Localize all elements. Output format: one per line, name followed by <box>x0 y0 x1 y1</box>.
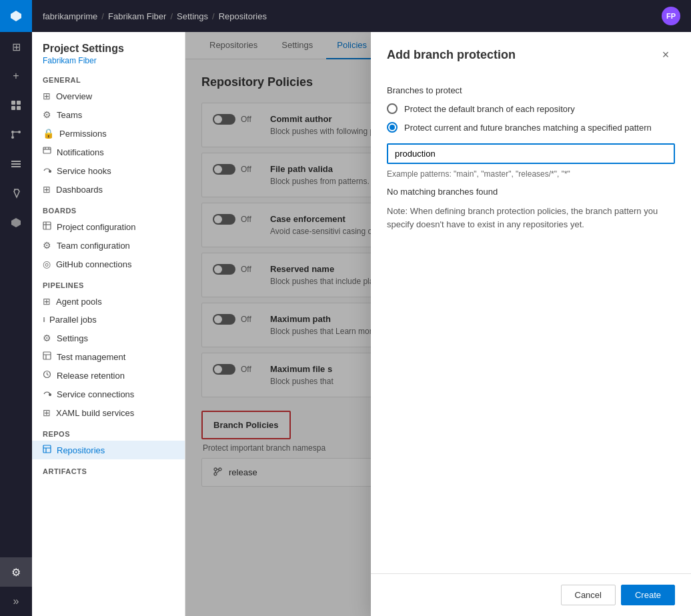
sidebar-item-notifications[interactable]: Notifications <box>32 143 185 161</box>
section-label-repos: Repos <box>32 422 185 441</box>
svg-rect-9 <box>43 147 51 153</box>
section-label-boards: Boards <box>32 199 185 217</box>
expand-icon[interactable]: » <box>0 587 32 616</box>
main-layout: Project Settings Fabrikam Fiber General … <box>32 32 691 616</box>
xaml-icon: ⊞ <box>43 407 51 418</box>
sidebar-item-xaml[interactable]: ⊞ XAML build services <box>32 403 185 422</box>
sidebar-item-service-connections[interactable]: Service connections <box>32 385 185 403</box>
repos-icon[interactable] <box>0 120 32 149</box>
sidebar-item-label-service-connections: Service connections <box>57 389 134 399</box>
artifacts-icon[interactable] <box>0 208 32 237</box>
sidebar-item-overview[interactable]: ⊞ Overview <box>32 87 185 105</box>
svg-rect-11 <box>43 222 51 229</box>
agent-pools-icon: ⊞ <box>43 296 51 307</box>
add-branch-protection-modal: Add branch protection × Branches to prot… <box>371 32 691 616</box>
breadcrumb-bar: fabrikamprime / Fabrikam Fiber / Setting… <box>32 0 691 32</box>
sidebar-item-test-management[interactable]: Test management <box>32 347 185 366</box>
sidebar: Project Settings Fabrikam Fiber General … <box>32 32 185 616</box>
cancel-button[interactable]: Cancel <box>561 585 616 605</box>
sidebar-item-label-github: GitHub connections <box>56 259 131 269</box>
home-icon[interactable]: ⊞ <box>0 32 32 61</box>
settings-icon: ⚙ <box>43 333 51 343</box>
radio-option-default[interactable]: Protect the default branch of each repos… <box>387 103 675 114</box>
breadcrumb-sep-1: / <box>101 11 104 21</box>
breadcrumb-org[interactable]: fabrikamprime <box>43 11 97 21</box>
svg-rect-2 <box>11 106 15 110</box>
breadcrumb-repos[interactable]: Repositories <box>219 11 267 21</box>
team-config-icon: ⚙ <box>43 240 51 251</box>
svg-point-14 <box>49 394 51 396</box>
parallel-jobs-icon: ⁞⁞ <box>43 316 44 323</box>
svg-rect-1 <box>17 101 21 105</box>
sidebar-item-label-team-config: Team configuration <box>57 241 130 251</box>
modal-close-button[interactable]: × <box>656 45 675 64</box>
project-config-icon <box>43 221 51 232</box>
settings-rail-icon[interactable]: ⚙ <box>0 557 32 587</box>
create-button[interactable]: Create <box>621 585 675 605</box>
sidebar-item-label-repositories: Repositories <box>57 445 105 455</box>
modal-footer: Cancel Create <box>371 573 691 616</box>
sidebar-subtitle: Fabrikam Fiber <box>43 56 174 65</box>
radio-circle-default <box>387 103 398 114</box>
sidebar-item-label-teams: Teams <box>57 110 82 120</box>
svg-rect-0 <box>11 101 15 105</box>
sidebar-item-label-xaml: XAML build services <box>56 408 134 418</box>
breadcrumb-settings[interactable]: Settings <box>177 11 208 21</box>
sidebar-item-label-project-config: Project configuration <box>57 222 136 232</box>
release-retention-icon <box>43 370 51 381</box>
svg-rect-15 <box>43 445 51 453</box>
new-item-icon[interactable]: + <box>0 61 32 91</box>
sidebar-item-service-hooks[interactable]: Service hooks <box>32 161 185 180</box>
modal-body: Branches to protect Protect the default … <box>371 75 691 573</box>
sidebar-item-repositories[interactable]: Repositories <box>32 441 185 459</box>
pipelines-icon[interactable] <box>0 149 32 179</box>
teams-icon: ⚙ <box>43 109 51 120</box>
sidebar-header: Project Settings Fabrikam Fiber <box>32 32 185 68</box>
sidebar-item-label-settings: Settings <box>57 333 88 343</box>
sidebar-item-teams[interactable]: ⚙ Teams <box>32 105 185 124</box>
no-match-message: No matching branches found <box>387 187 675 197</box>
input-hint: Example patterns: "main", "master", "rel… <box>387 169 675 179</box>
sidebar-item-settings[interactable]: ⚙ Settings <box>32 329 185 347</box>
breadcrumb-sep-2: / <box>170 11 173 21</box>
user-avatar[interactable]: FP <box>662 7 680 25</box>
section-label-artifacts: Artifacts <box>32 459 185 478</box>
test-plans-icon[interactable] <box>0 179 32 208</box>
svg-rect-12 <box>43 352 51 359</box>
sidebar-item-release-retention[interactable]: Release retention <box>32 366 185 385</box>
overview-icon: ⊞ <box>43 91 51 101</box>
sidebar-title: Project Settings <box>43 43 174 55</box>
breadcrumb-sep-3: / <box>212 11 215 21</box>
breadcrumb-project[interactable]: Fabrikam Fiber <box>108 11 166 21</box>
sidebar-item-github-connections[interactable]: ◎ GitHub connections <box>32 255 185 273</box>
svg-rect-3 <box>17 106 21 110</box>
sidebar-item-parallel-jobs[interactable]: ⁞⁞ Parallel jobs <box>32 311 185 329</box>
branch-pattern-input[interactable] <box>387 143 675 164</box>
radio-label-pattern: Protect current and future branches matc… <box>404 123 652 133</box>
section-label-general: General <box>32 68 185 87</box>
sidebar-item-agent-pools[interactable]: ⊞ Agent pools <box>32 292 185 311</box>
modal-overlay: Add branch protection × Branches to prot… <box>185 32 691 616</box>
sidebar-item-project-configuration[interactable]: Project configuration <box>32 217 185 236</box>
repositories-icon <box>43 445 51 455</box>
app-logo[interactable] <box>0 0 32 32</box>
radio-label-default: Protect the default branch of each repos… <box>404 104 575 114</box>
branches-to-protect-label: Branches to protect <box>387 85 675 95</box>
dashboards-icon: ⊞ <box>43 184 51 195</box>
radio-option-pattern[interactable]: Protect current and future branches matc… <box>387 122 675 133</box>
sidebar-item-label-notifications: Notifications <box>57 147 104 157</box>
permissions-icon: 🔒 <box>43 128 54 139</box>
sidebar-item-team-configuration[interactable]: ⚙ Team configuration <box>32 236 185 255</box>
sidebar-item-label-parallel-jobs: Parallel jobs <box>49 315 97 325</box>
svg-point-6 <box>18 131 21 133</box>
modal-header: Add branch protection × <box>371 32 691 75</box>
icon-rail: ⊞ + ⚙ » <box>0 0 32 616</box>
boards-icon[interactable] <box>0 91 32 120</box>
sidebar-item-dashboards[interactable]: ⊞ Dashboards <box>32 180 185 199</box>
test-mgmt-icon <box>43 351 51 362</box>
content-area: Repositories Settings Policies Repositor… <box>185 32 691 616</box>
svg-point-10 <box>49 171 51 173</box>
sidebar-item-label-dashboards: Dashboards <box>56 185 103 195</box>
sidebar-item-label-service-hooks: Service hooks <box>57 166 111 176</box>
sidebar-item-permissions[interactable]: 🔒 Permissions <box>32 124 185 143</box>
